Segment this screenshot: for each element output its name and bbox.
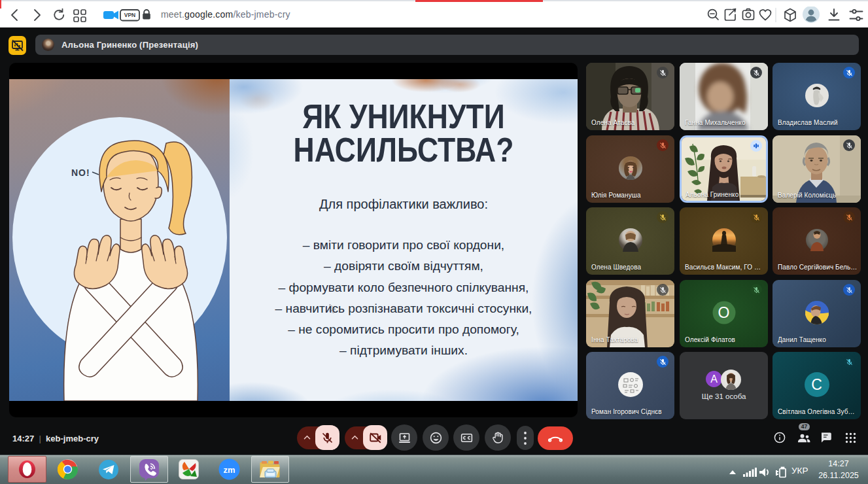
svg-text:VPN: VPN bbox=[124, 12, 135, 18]
svg-text:zm: zm bbox=[223, 465, 235, 475]
svg-text:NO!: NO! bbox=[71, 167, 90, 178]
